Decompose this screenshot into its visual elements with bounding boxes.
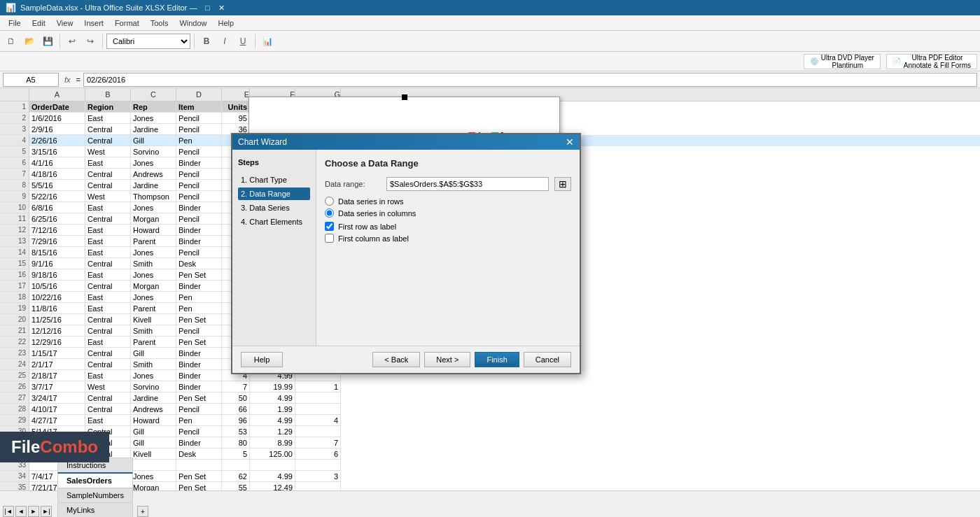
cell[interactable]: 4.99 <box>250 392 295 404</box>
cell[interactable]: Pen Set <box>176 269 222 281</box>
cell[interactable]: Pen <box>176 415 222 426</box>
maximize-button[interactable]: □ <box>201 1 214 14</box>
tab-first-button[interactable]: |◄ <box>3 506 14 517</box>
cell[interactable]: 12/12/16 <box>29 325 85 337</box>
cell[interactable]: Pen <box>176 303 222 314</box>
cell[interactable]: 6 <box>295 448 341 460</box>
col-header-e[interactable]: E <box>222 88 250 101</box>
col-header-d[interactable]: D <box>176 88 222 101</box>
cell[interactable]: Howard <box>131 225 176 236</box>
cell[interactable]: Central <box>85 124 131 135</box>
cell[interactable]: Jones <box>131 269 176 281</box>
cell[interactable]: Jones <box>131 370 176 381</box>
cell[interactable]: Pencil <box>176 213 222 225</box>
menu-item-help[interactable]: Help <box>213 17 240 29</box>
cell[interactable] <box>295 404 341 415</box>
wizard-finish-button[interactable]: Finish <box>475 352 519 367</box>
radio-cols-input[interactable] <box>325 208 334 218</box>
cell[interactable]: Pen Set <box>176 337 222 348</box>
cell[interactable]: Central <box>85 359 131 370</box>
cell[interactable]: 4/27/17 <box>29 415 85 426</box>
wizard-next-button[interactable]: Next > <box>424 352 470 367</box>
cell[interactable]: Pen Set <box>176 314 222 325</box>
cell[interactable]: 1.99 <box>250 404 295 415</box>
menu-item-view[interactable]: View <box>51 17 79 29</box>
cell[interactable]: Central <box>85 258 131 269</box>
cell[interactable]: Pencil <box>176 325 222 337</box>
cell[interactable]: 4.99 <box>250 471 295 482</box>
cell[interactable]: East <box>85 370 131 381</box>
cell[interactable]: Central <box>85 325 131 337</box>
cell[interactable]: Morgan <box>131 213 176 225</box>
cell[interactable]: Morgan <box>131 281 176 292</box>
cell[interactable]: Jardine <box>131 180 176 191</box>
cell[interactable]: 1/6/2016 <box>29 113 85 124</box>
cell-1e[interactable]: Units <box>222 101 250 113</box>
cell[interactable]: Smith <box>131 325 176 337</box>
cell[interactable]: Central <box>85 180 131 191</box>
cell[interactable]: Binder <box>176 437 222 448</box>
wizard-step-3[interactable]: 3. Data Series <box>238 201 310 214</box>
cell[interactable]: 55 <box>222 482 250 490</box>
data-range-select-button[interactable]: ⊞ <box>554 177 571 191</box>
tab-next-button[interactable]: ► <box>28 506 39 517</box>
cell[interactable]: 5/22/16 <box>29 191 85 202</box>
close-button[interactable]: ✕ <box>215 1 227 14</box>
minimize-button[interactable]: — <box>187 1 200 14</box>
cell[interactable]: Binder <box>176 348 222 359</box>
cell[interactable]: Central <box>85 169 131 180</box>
cell[interactable]: Pencil <box>176 191 222 202</box>
cell[interactable]: Central <box>85 404 131 415</box>
cell[interactable]: Central <box>85 281 131 292</box>
cell[interactable]: 5 <box>222 448 250 460</box>
cell[interactable]: Binder <box>176 381 222 392</box>
cell[interactable]: Parent <box>131 236 176 247</box>
cell[interactable]: Pen Set <box>176 482 222 490</box>
cell[interactable]: Gill <box>131 135 176 146</box>
cell[interactable]: Sorvino <box>131 381 176 392</box>
cell[interactable]: 3 <box>295 471 341 482</box>
col-header-c[interactable]: C <box>131 88 176 101</box>
cell[interactable]: Gill <box>131 348 176 359</box>
cell[interactable]: 11/8/16 <box>29 303 85 314</box>
dvd-player-button[interactable]: 💿 Ultra DVD PlayerPlantinum <box>804 54 881 69</box>
cell[interactable]: East <box>85 202 131 213</box>
cell[interactable]: Kivell <box>131 448 176 460</box>
cell-1c[interactable]: Rep <box>131 101 176 113</box>
cell[interactable]: Binder <box>176 370 222 381</box>
menu-item-format[interactable]: Format <box>109 17 145 29</box>
cell[interactable]: West <box>85 191 131 202</box>
cell[interactable]: 4 <box>295 415 341 426</box>
cell[interactable]: Central <box>85 213 131 225</box>
cell[interactable]: East <box>85 415 131 426</box>
cell[interactable]: Binder <box>176 202 222 213</box>
cell[interactable]: 2/26/16 <box>29 135 85 146</box>
cell[interactable]: East <box>85 269 131 281</box>
cell[interactable]: 7/29/16 <box>29 236 85 247</box>
cell[interactable]: East <box>85 303 131 314</box>
cell[interactable]: 12.49 <box>250 482 295 490</box>
cell[interactable]: Kivell <box>131 314 176 325</box>
cell[interactable] <box>222 460 250 471</box>
cell[interactable]: East <box>85 337 131 348</box>
wizard-step-4[interactable]: 4. Chart Elements <box>238 215 310 228</box>
cell[interactable]: 80 <box>222 437 250 448</box>
formula-input[interactable] <box>83 73 977 87</box>
cell[interactable] <box>295 392 341 404</box>
bold-button[interactable]: B <box>198 33 215 50</box>
new-button[interactable]: 🗋 <box>3 33 20 50</box>
cell-1b[interactable]: Region <box>85 101 131 113</box>
cell[interactable]: 9/18/16 <box>29 269 85 281</box>
cell[interactable]: Sorvino <box>131 146 176 157</box>
cell[interactable]: 95 <box>222 113 250 124</box>
chart-button[interactable]: 📊 <box>259 33 276 50</box>
cell[interactable]: Pencil <box>176 124 222 135</box>
cell[interactable]: 7 <box>295 437 341 448</box>
cell[interactable]: 50 <box>222 392 250 404</box>
cell[interactable]: East <box>85 236 131 247</box>
wizard-step-1[interactable]: 1. Chart Type <box>238 173 310 186</box>
cell[interactable]: West <box>85 381 131 392</box>
cell[interactable]: 11/25/16 <box>29 314 85 325</box>
cell[interactable]: 2/1/17 <box>29 359 85 370</box>
cell[interactable]: Andrews <box>131 169 176 180</box>
